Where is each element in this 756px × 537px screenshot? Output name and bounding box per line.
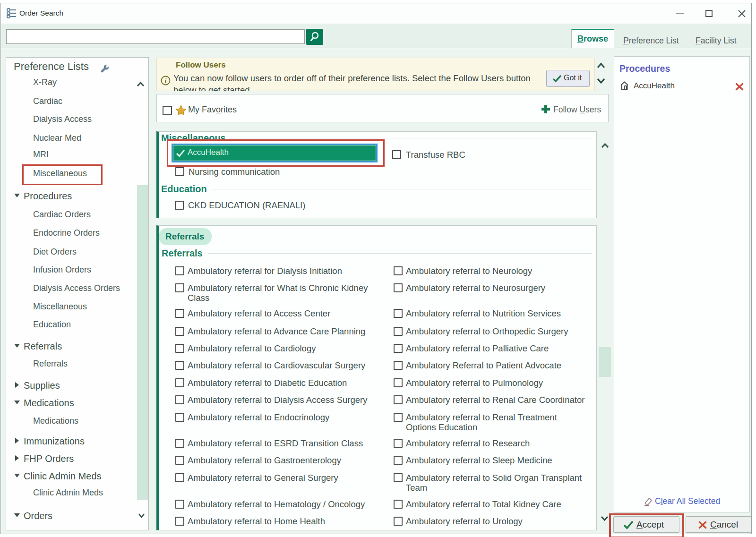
svg-text:i: i (165, 77, 167, 85)
